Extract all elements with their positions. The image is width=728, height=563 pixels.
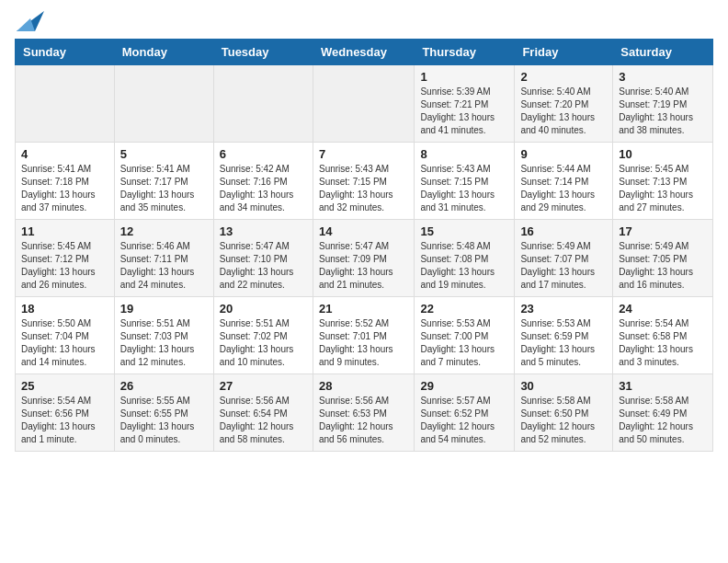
day-number: 21 <box>319 302 408 316</box>
day-number: 20 <box>220 302 307 316</box>
day-number: 8 <box>420 147 508 161</box>
day-number: 7 <box>319 147 408 161</box>
day-number: 31 <box>619 379 707 393</box>
calendar-cell: 7Sunrise: 5:43 AM Sunset: 7:15 PM Daylig… <box>313 143 414 220</box>
day-number: 2 <box>520 70 607 84</box>
calendar-cell: 21Sunrise: 5:52 AM Sunset: 7:01 PM Dayli… <box>313 297 414 374</box>
day-info: Sunrise: 5:41 AM Sunset: 7:18 PM Dayligh… <box>21 163 108 214</box>
calendar-cell: 28Sunrise: 5:56 AM Sunset: 6:53 PM Dayli… <box>313 374 414 452</box>
calendar-cell: 19Sunrise: 5:51 AM Sunset: 7:03 PM Dayli… <box>114 297 213 374</box>
day-info: Sunrise: 5:45 AM Sunset: 7:12 PM Dayligh… <box>21 240 108 292</box>
day-number: 15 <box>420 224 508 238</box>
day-number: 10 <box>619 147 707 161</box>
calendar-cell: 25Sunrise: 5:54 AM Sunset: 6:56 PM Dayli… <box>16 374 115 452</box>
calendar-cell: 5Sunrise: 5:41 AM Sunset: 7:17 PM Daylig… <box>114 143 213 220</box>
calendar-cell: 22Sunrise: 5:53 AM Sunset: 7:00 PM Dayli… <box>415 297 515 374</box>
day-info: Sunrise: 5:44 AM Sunset: 7:14 PM Dayligh… <box>520 163 607 214</box>
day-number: 5 <box>120 147 208 161</box>
calendar-cell: 23Sunrise: 5:53 AM Sunset: 6:59 PM Dayli… <box>515 297 613 374</box>
calendar-cell: 12Sunrise: 5:46 AM Sunset: 7:11 PM Dayli… <box>114 220 213 297</box>
day-number: 26 <box>120 379 208 393</box>
day-number: 11 <box>21 224 108 238</box>
calendar-cell <box>114 65 213 143</box>
day-number: 23 <box>520 302 607 316</box>
day-number: 6 <box>220 147 307 161</box>
calendar-cell: 1Sunrise: 5:39 AM Sunset: 7:21 PM Daylig… <box>415 65 515 143</box>
calendar-cell: 20Sunrise: 5:51 AM Sunset: 7:02 PM Dayli… <box>213 297 313 374</box>
day-info: Sunrise: 5:52 AM Sunset: 7:01 PM Dayligh… <box>319 317 408 369</box>
day-info: Sunrise: 5:40 AM Sunset: 7:20 PM Dayligh… <box>520 86 607 137</box>
weekday-header-sunday: Sunday <box>16 40 115 65</box>
day-number: 28 <box>319 379 408 393</box>
calendar-cell: 27Sunrise: 5:56 AM Sunset: 6:54 PM Dayli… <box>213 374 313 452</box>
calendar-cell: 10Sunrise: 5:45 AM Sunset: 7:13 PM Dayli… <box>613 143 713 220</box>
calendar-week-row: 18Sunrise: 5:50 AM Sunset: 7:04 PM Dayli… <box>16 297 713 374</box>
day-info: Sunrise: 5:51 AM Sunset: 7:02 PM Dayligh… <box>220 317 307 369</box>
day-number: 12 <box>120 224 208 238</box>
day-info: Sunrise: 5:55 AM Sunset: 6:55 PM Dayligh… <box>120 395 208 446</box>
calendar-cell <box>213 65 313 143</box>
calendar-cell: 3Sunrise: 5:40 AM Sunset: 7:19 PM Daylig… <box>613 65 713 143</box>
calendar-cell: 9Sunrise: 5:44 AM Sunset: 7:14 PM Daylig… <box>515 143 613 220</box>
calendar-cell: 4Sunrise: 5:41 AM Sunset: 7:18 PM Daylig… <box>16 143 115 220</box>
day-info: Sunrise: 5:40 AM Sunset: 7:19 PM Dayligh… <box>619 86 707 137</box>
day-info: Sunrise: 5:49 AM Sunset: 7:05 PM Dayligh… <box>619 240 707 292</box>
day-number: 13 <box>220 224 307 238</box>
page-header <box>15 15 713 31</box>
calendar-cell: 17Sunrise: 5:49 AM Sunset: 7:05 PM Dayli… <box>613 220 713 297</box>
calendar-week-row: 4Sunrise: 5:41 AM Sunset: 7:18 PM Daylig… <box>16 143 713 220</box>
day-info: Sunrise: 5:47 AM Sunset: 7:10 PM Dayligh… <box>220 240 307 292</box>
day-number: 4 <box>21 147 108 161</box>
day-info: Sunrise: 5:53 AM Sunset: 6:59 PM Dayligh… <box>520 317 607 369</box>
calendar-cell: 13Sunrise: 5:47 AM Sunset: 7:10 PM Dayli… <box>213 220 313 297</box>
day-info: Sunrise: 5:56 AM Sunset: 6:53 PM Dayligh… <box>319 395 408 446</box>
day-info: Sunrise: 5:39 AM Sunset: 7:21 PM Dayligh… <box>420 86 508 137</box>
day-info: Sunrise: 5:58 AM Sunset: 6:50 PM Dayligh… <box>520 395 607 446</box>
calendar-cell: 14Sunrise: 5:47 AM Sunset: 7:09 PM Dayli… <box>313 220 414 297</box>
day-info: Sunrise: 5:46 AM Sunset: 7:11 PM Dayligh… <box>120 240 208 292</box>
calendar-cell: 26Sunrise: 5:55 AM Sunset: 6:55 PM Dayli… <box>114 374 213 452</box>
day-number: 14 <box>319 224 408 238</box>
day-info: Sunrise: 5:42 AM Sunset: 7:16 PM Dayligh… <box>220 163 307 214</box>
day-number: 25 <box>21 379 108 393</box>
day-info: Sunrise: 5:47 AM Sunset: 7:09 PM Dayligh… <box>319 240 408 292</box>
calendar-cell <box>16 65 115 143</box>
calendar-cell: 31Sunrise: 5:58 AM Sunset: 6:49 PM Dayli… <box>613 374 713 452</box>
day-number: 1 <box>420 70 508 84</box>
weekday-header-friday: Friday <box>515 40 613 65</box>
day-info: Sunrise: 5:50 AM Sunset: 7:04 PM Dayligh… <box>21 317 108 369</box>
day-info: Sunrise: 5:51 AM Sunset: 7:03 PM Dayligh… <box>120 317 208 369</box>
day-info: Sunrise: 5:43 AM Sunset: 7:15 PM Dayligh… <box>420 163 508 214</box>
calendar-cell: 18Sunrise: 5:50 AM Sunset: 7:04 PM Dayli… <box>16 297 115 374</box>
calendar-cell: 15Sunrise: 5:48 AM Sunset: 7:08 PM Dayli… <box>415 220 515 297</box>
calendar-week-row: 1Sunrise: 5:39 AM Sunset: 7:21 PM Daylig… <box>16 65 713 143</box>
day-number: 27 <box>220 379 307 393</box>
day-info: Sunrise: 5:54 AM Sunset: 6:58 PM Dayligh… <box>619 317 707 369</box>
calendar-cell: 29Sunrise: 5:57 AM Sunset: 6:52 PM Dayli… <box>415 374 515 452</box>
logo-icon <box>17 11 44 31</box>
day-info: Sunrise: 5:53 AM Sunset: 7:00 PM Dayligh… <box>420 317 508 369</box>
day-info: Sunrise: 5:43 AM Sunset: 7:15 PM Dayligh… <box>319 163 408 214</box>
day-info: Sunrise: 5:41 AM Sunset: 7:17 PM Dayligh… <box>120 163 208 214</box>
day-number: 24 <box>619 302 707 316</box>
day-info: Sunrise: 5:54 AM Sunset: 6:56 PM Dayligh… <box>21 395 108 446</box>
day-number: 19 <box>120 302 208 316</box>
weekday-header-monday: Monday <box>114 40 213 65</box>
calendar-cell: 2Sunrise: 5:40 AM Sunset: 7:20 PM Daylig… <box>515 65 613 143</box>
calendar-cell: 30Sunrise: 5:58 AM Sunset: 6:50 PM Dayli… <box>515 374 613 452</box>
weekday-header-tuesday: Tuesday <box>213 40 313 65</box>
day-number: 17 <box>619 224 707 238</box>
day-info: Sunrise: 5:58 AM Sunset: 6:49 PM Dayligh… <box>619 395 707 446</box>
day-number: 22 <box>420 302 508 316</box>
calendar-week-row: 11Sunrise: 5:45 AM Sunset: 7:12 PM Dayli… <box>16 220 713 297</box>
calendar: SundayMondayTuesdayWednesdayThursdayFrid… <box>15 39 713 452</box>
day-number: 29 <box>420 379 508 393</box>
calendar-cell: 16Sunrise: 5:49 AM Sunset: 7:07 PM Dayli… <box>515 220 613 297</box>
day-number: 30 <box>520 379 607 393</box>
day-info: Sunrise: 5:56 AM Sunset: 6:54 PM Dayligh… <box>220 395 307 446</box>
weekday-header-thursday: Thursday <box>415 40 515 65</box>
day-info: Sunrise: 5:57 AM Sunset: 6:52 PM Dayligh… <box>420 395 508 446</box>
calendar-week-row: 25Sunrise: 5:54 AM Sunset: 6:56 PM Dayli… <box>16 374 713 452</box>
day-number: 18 <box>21 302 108 316</box>
calendar-cell: 11Sunrise: 5:45 AM Sunset: 7:12 PM Dayli… <box>16 220 115 297</box>
